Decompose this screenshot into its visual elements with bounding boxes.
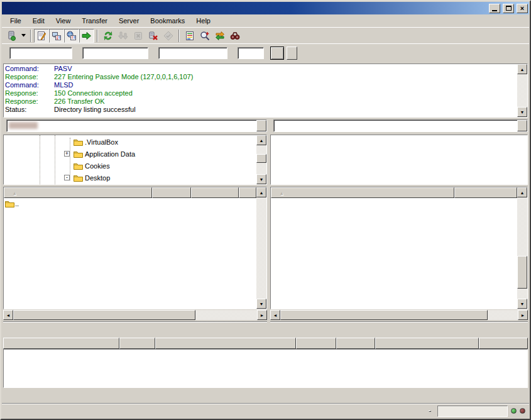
menu-item[interactable]: File <box>4 16 27 26</box>
remote-site-combo[interactable] <box>273 119 528 132</box>
column-header-direction[interactable] <box>119 338 155 349</box>
remote-list-scrollbar[interactable]: ▲ ▼ <box>517 187 527 309</box>
local-tree-scrollbar[interactable]: ▲ ▼ <box>256 135 266 184</box>
scrollbar-thumb[interactable] <box>256 154 266 163</box>
..[interactable]: .. <box>4 198 256 209</box>
local-list-scrollbar[interactable]: ▲ ▼ <box>256 187 266 309</box>
cancel-operation-button <box>131 29 146 43</box>
local-site-combo[interactable] <box>6 119 267 132</box>
tree-item[interactable]: - Desktop <box>4 172 256 184</box>
scroll-down-icon[interactable]: ▼ <box>517 107 527 117</box>
menu-item[interactable]: Server <box>113 16 145 26</box>
password-input[interactable] <box>158 47 227 59</box>
scrollbar-thumb[interactable] <box>13 310 195 320</box>
remote-horizontal-scrollbar[interactable]: ◄ ► <box>270 310 528 320</box>
site-manager-dropdown[interactable] <box>19 29 28 43</box>
local-panel: .VirtualBox + Application Data Cookies <box>3 119 267 334</box>
quickconnect-dropdown[interactable] <box>287 47 297 60</box>
tree-expander[interactable]: + <box>64 151 70 157</box>
process-queue-icon <box>118 31 128 41</box>
tree-item[interactable]: + Application Data <box>4 148 256 160</box>
column-header-filesize[interactable] <box>454 187 517 198</box>
sort-ascending-icon: ▴ <box>280 190 283 196</box>
find-button[interactable] <box>227 29 243 43</box>
column-header-size[interactable] <box>296 338 336 349</box>
scroll-up-icon[interactable]: ▲ <box>256 135 266 145</box>
refresh-icon <box>103 31 113 41</box>
toggle-local-tree-button[interactable] <box>49 29 64 43</box>
scroll-right-icon[interactable]: ► <box>257 310 267 320</box>
scrollbar-thumb[interactable] <box>280 310 488 320</box>
sync-browsing-button[interactable] <box>212 29 227 43</box>
column-header-filesize[interactable] <box>152 187 191 198</box>
username-input[interactable] <box>82 47 148 59</box>
remote-status-text <box>270 321 528 334</box>
toggle-message-log-button[interactable] <box>34 29 49 43</box>
remote-panel: ▴ ▲ ▼ ◄ ► <box>270 119 528 334</box>
menu-item[interactable]: Bookmarks <box>145 16 190 26</box>
process-queue-button <box>116 29 131 43</box>
column-header-empty <box>479 338 528 349</box>
refresh-button[interactable] <box>101 29 116 43</box>
close-button[interactable]: × <box>517 4 528 13</box>
column-header-remote-file[interactable] <box>155 338 296 349</box>
log-scrollbar[interactable]: ▲ ▼ <box>517 64 527 117</box>
column-header-server-local-file[interactable] <box>3 338 119 349</box>
menu-item[interactable]: Edit <box>27 16 50 26</box>
menu-item[interactable]: Help <box>190 16 216 26</box>
column-header-filetype[interactable] <box>191 187 239 198</box>
message-log-icon <box>36 31 47 41</box>
remote-site-dropdown[interactable] <box>517 120 527 131</box>
title-bar[interactable]: × <box>2 2 529 14</box>
column-header-filename[interactable]: ▴ <box>4 187 152 198</box>
queue-header <box>2 338 529 349</box>
column-header-last-modified[interactable] <box>239 187 256 198</box>
queue-status-text <box>437 406 508 417</box>
scroll-up-icon[interactable]: ▲ <box>256 187 266 197</box>
scroll-up-icon[interactable]: ▲ <box>517 64 527 74</box>
column-header-status[interactable] <box>375 338 479 349</box>
port-input[interactable] <box>238 47 264 59</box>
tree-item[interactable]: Cookies <box>4 160 256 172</box>
minimize-button[interactable] <box>489 4 500 13</box>
scroll-down-icon[interactable]: ▼ <box>256 299 266 309</box>
scroll-up-icon[interactable]: ▲ <box>517 187 527 197</box>
reconnect-button <box>161 29 176 43</box>
folder-icon <box>72 174 84 182</box>
compare-button[interactable] <box>197 29 212 43</box>
scroll-left-icon[interactable]: ◄ <box>3 310 13 320</box>
quickconnect-button[interactable] <box>270 47 284 60</box>
queue-list[interactable] <box>3 349 528 388</box>
data-type-ascii-icon[interactable] <box>429 411 431 412</box>
column-header-priority[interactable] <box>336 338 375 349</box>
menu-item[interactable]: View <box>50 16 77 26</box>
filter-button[interactable] <box>182 29 197 43</box>
local-site-dropdown[interactable] <box>256 120 266 131</box>
remote-file-list: ▴ ▲ ▼ <box>270 187 528 309</box>
local-file-list: ▴ .. <box>3 187 267 309</box>
quickconnect-bar <box>2 43 529 62</box>
site-manager-button[interactable] <box>4 29 19 43</box>
scroll-left-icon[interactable]: ◄ <box>270 310 280 320</box>
disconnect-button[interactable] <box>146 29 161 43</box>
scroll-down-icon[interactable]: ▼ <box>256 174 266 184</box>
local-tree: .VirtualBox + Application Data Cookies <box>3 135 267 185</box>
sort-ascending-icon: ▴ <box>13 190 16 196</box>
scroll-right-icon[interactable]: ► <box>518 310 528 320</box>
maximize-button[interactable] <box>503 4 514 13</box>
local-horizontal-scrollbar[interactable]: ◄ ► <box>3 310 267 320</box>
folder-icon <box>4 199 15 207</box>
column-header-filename[interactable]: ▴ <box>271 187 454 198</box>
folder-icon <box>72 162 84 170</box>
local-tree-icon <box>52 31 62 41</box>
menu-item[interactable]: Transfer <box>76 16 113 26</box>
toggle-transfer-queue-button[interactable] <box>79 29 94 43</box>
message-log: Command:PASVResponse:227 Entering Passiv… <box>3 64 528 118</box>
toggle-remote-tree-button[interactable] <box>64 29 79 43</box>
scroll-down-icon[interactable]: ▼ <box>517 299 527 309</box>
tree-item[interactable]: .VirtualBox <box>4 136 256 148</box>
tree-expander[interactable]: - <box>64 175 70 180</box>
host-input[interactable] <box>9 47 72 59</box>
scrollbar-thumb[interactable] <box>517 256 527 289</box>
find-icon <box>230 31 240 41</box>
